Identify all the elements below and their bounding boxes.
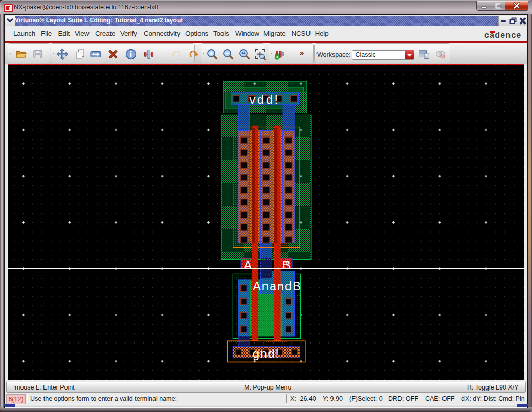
- svg-text:gnd!: gnd!: [253, 346, 280, 360]
- svg-text:A: A: [243, 258, 252, 271]
- svg-text:AnandB: AnandB: [253, 280, 302, 293]
- svg-text:B: B: [282, 258, 291, 271]
